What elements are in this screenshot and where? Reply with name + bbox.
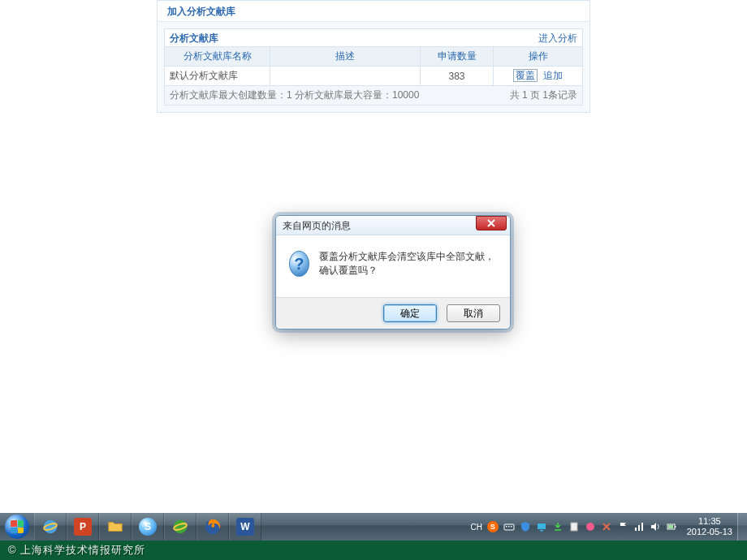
system-tray: CH S [466, 521, 682, 532]
cancel-button[interactable]: 取消 [447, 304, 500, 322]
cell-count: 383 [421, 67, 494, 86]
panel-subheader: 分析文献库 进入分析 [164, 28, 583, 46]
svg-rect-15 [641, 523, 643, 531]
dialog-title-text: 来自网页的消息 [283, 216, 351, 235]
tray-download-icon[interactable] [552, 521, 563, 532]
enter-analysis-link[interactable]: 进入分析 [538, 29, 577, 46]
powerpoint-icon: P [74, 518, 92, 536]
table-footer: 分析文献库最大创建数量：1 分析文献库最大容量：10000 共 1 页 1条记录 [164, 86, 583, 106]
folder-icon [106, 518, 124, 536]
show-desktop-button[interactable] [737, 513, 747, 541]
svg-rect-10 [540, 530, 543, 532]
tray-note-icon[interactable] [568, 521, 580, 532]
taskbar-apps: P S W [34, 513, 261, 541]
ie-icon [171, 518, 189, 536]
question-icon: ? [289, 251, 309, 277]
svg-rect-6 [506, 526, 507, 528]
svg-rect-9 [538, 523, 546, 529]
footer-text: © 上海科学技术情报研究所 [8, 543, 145, 558]
taskbar-app-ie-alt[interactable] [164, 513, 196, 541]
tray-flag-icon[interactable] [617, 521, 628, 532]
ok-button[interactable]: 确定 [383, 304, 437, 322]
svg-rect-11 [571, 523, 577, 531]
col-count: 申请数量 [421, 47, 494, 67]
taskbar-clock[interactable]: 11:35 2012-05-13 [682, 516, 737, 537]
svg-rect-14 [638, 525, 640, 531]
tray-volume-icon[interactable] [650, 521, 661, 532]
clock-date: 2012-05-13 [687, 527, 732, 537]
svg-rect-8 [511, 526, 512, 528]
taskbar-app-explorer[interactable] [99, 513, 132, 541]
library-table: 分析文献库名称 描述 申请数量 操作 默认分析文献库 383 覆盖 追加 [164, 46, 583, 86]
footer-left-text: 分析文献库最大创建数量：1 分析文献库最大容量：10000 [170, 88, 419, 102]
tray-windmill-icon[interactable] [601, 521, 612, 532]
firefox-icon [204, 518, 222, 536]
svg-point-12 [586, 523, 594, 531]
svg-rect-18 [668, 525, 673, 528]
word-icon: W [236, 518, 254, 536]
footer-right-text: 共 1 页 1条记录 [510, 88, 577, 102]
col-desc: 描述 [270, 47, 421, 67]
tray-battery-icon[interactable] [666, 521, 677, 532]
col-name: 分析文献库名称 [165, 47, 270, 67]
tray-network-icon[interactable] [633, 521, 645, 532]
taskbar-app-ie[interactable] [34, 513, 67, 541]
tray-keyboard-icon[interactable] [503, 521, 515, 532]
panel-title: 加入分析文献库 [158, 1, 589, 22]
ime-indicator[interactable]: CH [471, 521, 482, 532]
panel-body: 分析文献库 进入分析 分析文献库名称 描述 申请数量 操作 默认分析文献库 38… [158, 22, 589, 112]
taskbar-app-sogou[interactable]: S [132, 513, 164, 541]
clock-time: 11:35 [687, 516, 732, 527]
tray-sogou-icon[interactable]: S [487, 521, 499, 532]
svg-rect-17 [675, 526, 676, 528]
append-link[interactable]: 追加 [543, 70, 563, 81]
tray-circle-icon[interactable] [585, 521, 596, 532]
taskbar-app-firefox[interactable] [196, 513, 229, 541]
cell-ops: 覆盖 追加 [494, 67, 583, 86]
confirm-dialog: 来自网页的消息 ? 覆盖分析文献库会清空该库中全部文献，确认覆盖吗？ 确定 取消 [275, 215, 511, 330]
dialog-close-button[interactable] [476, 216, 507, 230]
cell-name: 默认分析文献库 [165, 67, 270, 86]
panel-subtitle: 分析文献库 [170, 29, 218, 46]
svg-rect-13 [635, 528, 637, 531]
ie-icon [41, 518, 59, 536]
taskbar: P S W CH S [0, 513, 747, 541]
taskbar-app-word[interactable]: W [229, 513, 261, 541]
svg-rect-7 [508, 526, 510, 528]
page-footer: © 上海科学技术情报研究所 [0, 541, 747, 560]
close-icon [487, 219, 495, 227]
col-ops: 操作 [494, 47, 583, 67]
windows-logo-icon [5, 515, 29, 539]
tray-shield-icon[interactable] [520, 521, 531, 532]
dialog-message: 覆盖分析文献库会清空该库中全部文献，确认覆盖吗？ [319, 250, 497, 278]
dialog-body: ? 覆盖分析文献库会清空该库中全部文献，确认覆盖吗？ [276, 235, 510, 297]
table-row: 默认分析文献库 383 覆盖 追加 [165, 67, 583, 86]
sogou-icon: S [139, 518, 157, 536]
table-header-row: 分析文献库名称 描述 申请数量 操作 [165, 47, 583, 67]
cover-link[interactable]: 覆盖 [513, 69, 538, 82]
dialog-button-row: 确定 取消 [276, 297, 510, 329]
dialog-titlebar[interactable]: 来自网页的消息 [276, 216, 510, 235]
analysis-library-panel: 加入分析文献库 分析文献库 进入分析 分析文献库名称 描述 申请数量 操作 默认… [157, 0, 590, 113]
start-button[interactable] [0, 513, 34, 541]
tray-monitor-icon[interactable] [536, 521, 547, 532]
taskbar-app-powerpoint[interactable]: P [67, 513, 99, 541]
cell-desc [270, 67, 421, 86]
